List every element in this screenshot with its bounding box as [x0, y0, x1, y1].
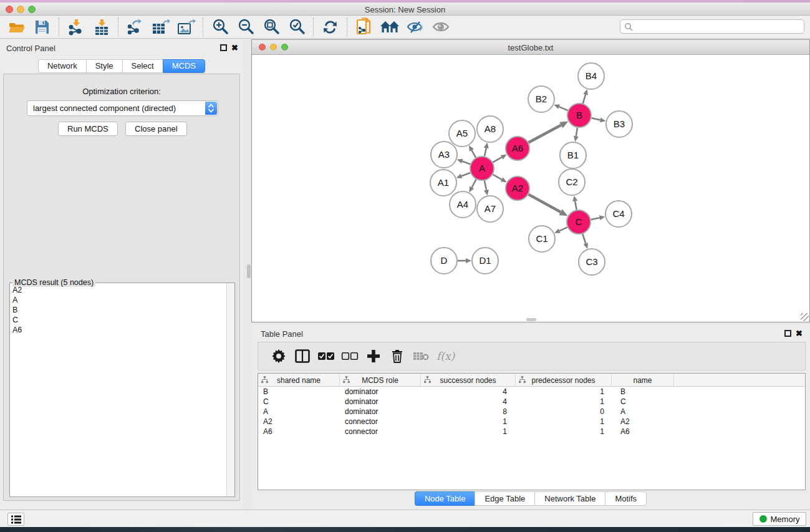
- edge-C-C1[interactable]: [559, 227, 567, 231]
- memory-status-icon: [759, 515, 767, 523]
- edge-A-A6[interactable]: [493, 157, 501, 162]
- table-row[interactable]: Cdominator41C: [258, 397, 805, 407]
- table-row[interactable]: Bdominator41B: [258, 387, 805, 397]
- float-panel-icon[interactable]: [784, 330, 791, 337]
- edge-A-A4[interactable]: [472, 180, 476, 188]
- column-header-MCDS-role[interactable]: MCDS role: [340, 374, 421, 387]
- column-header-successor-nodes[interactable]: successor nodes: [421, 374, 516, 387]
- edge-A-A3[interactable]: [462, 162, 470, 165]
- close-panel-button[interactable]: Close panel: [125, 122, 187, 136]
- network-view-window: testGlobe.txt B4B2BB3A5A8A6A3AB1A1A2C2A4…: [251, 39, 810, 322]
- columns-icon: [295, 349, 310, 363]
- import-network-button[interactable]: [63, 17, 89, 36]
- zoom-out-button[interactable]: [233, 17, 258, 36]
- edge-A2-C[interactable]: [529, 195, 561, 212]
- memory-button[interactable]: Memory: [753, 512, 806, 526]
- show-all-button[interactable]: [428, 17, 453, 36]
- edge-B-B4[interactable]: [583, 95, 586, 104]
- open-folder-icon: [8, 19, 25, 34]
- node-label-B4: B4: [586, 70, 597, 81]
- mcds-result-item[interactable]: A2: [12, 285, 226, 295]
- edge-B-B1[interactable]: [576, 128, 577, 137]
- zoom-fit-button[interactable]: [258, 17, 284, 36]
- session-title: Session: New Session: [0, 5, 810, 14]
- node-label-A: A: [479, 163, 485, 173]
- delete-table-button[interactable]: [409, 346, 433, 367]
- node-table[interactable]: shared nameMCDS rolesuccessor nodesprede…: [258, 373, 806, 490]
- edge-A-A8[interactable]: [485, 148, 486, 156]
- search-icon: [624, 22, 633, 31]
- edge-A-A2[interactable]: [493, 175, 501, 180]
- function-builder-button[interactable]: f(x): [436, 350, 455, 362]
- tab-network-table[interactable]: Network Table: [534, 491, 605, 506]
- tab-network[interactable]: Network: [38, 59, 86, 73]
- plus-icon: [367, 350, 380, 362]
- tab-edge-table[interactable]: Edge Table: [475, 491, 534, 506]
- table-panel-tabs: Node TableEdge TableNetwork TableMotifs: [251, 491, 810, 506]
- zoom-in-button[interactable]: [207, 17, 233, 36]
- column-header-name[interactable]: name: [612, 374, 674, 387]
- network-canvas[interactable]: B4B2BB3A5A8A6A3AB1A1A2C2A4A7C4CC1DD1C3: [252, 55, 809, 322]
- table-row[interactable]: Adominator80A: [258, 407, 805, 417]
- edge-C-C2[interactable]: [575, 201, 576, 210]
- open-session-button[interactable]: [4, 17, 29, 36]
- table-cell: C: [258, 397, 340, 407]
- edge-A-A1[interactable]: [461, 173, 470, 176]
- tab-motifs[interactable]: Motifs: [605, 491, 647, 506]
- tab-mcds[interactable]: MCDS: [163, 59, 205, 73]
- panel-splitter-handle[interactable]: [247, 264, 251, 278]
- optimization-dropdown[interactable]: largest connected component (directed): [27, 100, 218, 116]
- mcds-result-list[interactable]: A2ABCA6: [10, 283, 226, 496]
- export-table-button[interactable]: [148, 17, 173, 36]
- import-table-button[interactable]: [89, 17, 114, 36]
- table-settings-button[interactable]: [267, 346, 291, 367]
- refresh-button[interactable]: [317, 17, 343, 36]
- node-label-A8: A8: [485, 123, 496, 134]
- first-neighbors-button[interactable]: [377, 17, 402, 36]
- new-network-from-selection-button[interactable]: [351, 17, 377, 36]
- delete-column-button[interactable]: [385, 346, 409, 367]
- table-cell: 4: [421, 387, 516, 397]
- close-panel-icon[interactable]: ✖: [231, 43, 238, 52]
- export-network-button[interactable]: [122, 17, 148, 36]
- mcds-result-item[interactable]: A: [12, 295, 226, 305]
- arrowhead-icon: [456, 173, 463, 178]
- network-hscroll-thumb[interactable]: [526, 318, 536, 321]
- edge-C-C3[interactable]: [582, 234, 586, 244]
- table-row[interactable]: A6connector11A6: [258, 427, 805, 437]
- deselect-all-button[interactable]: [338, 346, 362, 367]
- hide-selected-button[interactable]: [402, 17, 428, 36]
- task-history-button[interactable]: [7, 513, 24, 526]
- save-session-button[interactable]: [29, 17, 55, 36]
- export-image-button[interactable]: [173, 17, 199, 36]
- edge-C-C4[interactable]: [591, 218, 600, 220]
- table-row[interactable]: A2connector11A2: [258, 417, 805, 427]
- tab-select[interactable]: Select: [122, 59, 163, 73]
- close-panel-icon[interactable]: ✖: [796, 329, 803, 338]
- column-header-predecessor-nodes[interactable]: predecessor nodes: [516, 374, 612, 387]
- zoom-selected-button[interactable]: [284, 17, 309, 36]
- column-header-shared-name[interactable]: shared name: [258, 374, 340, 387]
- node-label-A7: A7: [485, 203, 496, 214]
- select-all-button[interactable]: [314, 346, 338, 367]
- edge-A-A5[interactable]: [471, 150, 476, 158]
- run-mcds-button[interactable]: Run MCDS: [58, 122, 118, 136]
- mcds-result-item[interactable]: A6: [12, 325, 226, 335]
- show-columns-button[interactable]: [291, 346, 314, 367]
- edge-B-B2[interactable]: [559, 107, 568, 110]
- edge-B-B3[interactable]: [592, 118, 600, 120]
- window-resize-grip[interactable]: [801, 313, 809, 321]
- float-panel-icon[interactable]: [220, 44, 227, 51]
- add-column-button[interactable]: [362, 346, 385, 367]
- mcds-result-item[interactable]: C: [12, 315, 226, 325]
- mcds-panel: Optimization criterion: largest connecte…: [3, 74, 240, 501]
- search-field[interactable]: [620, 19, 804, 34]
- mcds-result-scrollbar[interactable]: [226, 283, 234, 496]
- search-input[interactable]: [633, 22, 804, 31]
- tab-style[interactable]: Style: [86, 59, 122, 73]
- edge-A-A7[interactable]: [485, 181, 486, 190]
- table-cell: B: [258, 387, 340, 397]
- tab-node-table[interactable]: Node Table: [415, 491, 475, 506]
- edge-A6-B[interactable]: [529, 125, 561, 143]
- mcds-result-item[interactable]: B: [12, 305, 226, 315]
